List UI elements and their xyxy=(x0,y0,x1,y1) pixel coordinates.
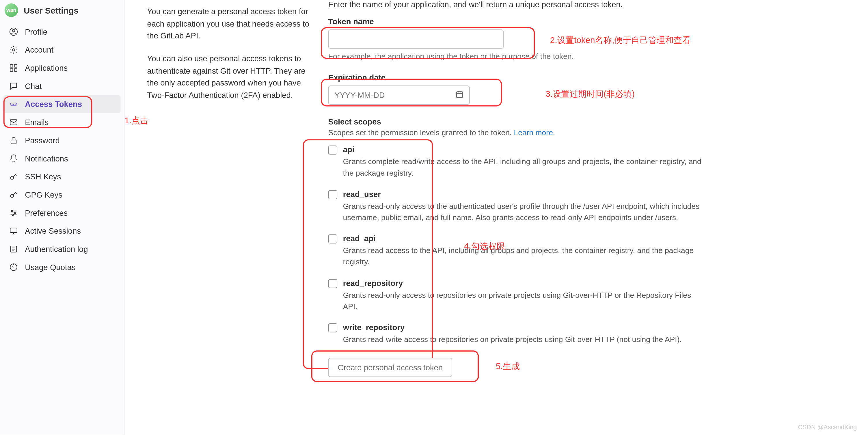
nav-label: Access Tokens xyxy=(25,100,82,108)
list-icon xyxy=(9,245,18,254)
learn-more-link[interactable]: Learn more. xyxy=(514,128,555,137)
svg-point-9 xyxy=(13,104,14,104)
nav-account[interactable]: Account xyxy=(3,41,121,59)
token-name-section: Token name For example, the application … xyxy=(328,17,845,61)
annotation-text-3: 3.设置过期时间(非必填) xyxy=(546,89,635,100)
svg-rect-11 xyxy=(10,120,17,125)
user-circle-icon xyxy=(9,27,18,36)
expiration-label: Expiration date xyxy=(328,73,845,82)
sidebar-title: User Settings xyxy=(24,5,79,15)
nav-notifications[interactable]: Notifications xyxy=(3,149,121,167)
token-name-hint: For example, the application using the t… xyxy=(328,52,845,60)
svg-point-17 xyxy=(12,214,13,215)
sidebar-header: wan User Settings xyxy=(0,0,124,23)
scope-desc: Grants read-only access to repositories … xyxy=(343,290,705,313)
svg-rect-5 xyxy=(10,69,13,71)
token-name-input[interactable] xyxy=(328,29,504,49)
svg-point-14 xyxy=(11,194,13,197)
bell-icon xyxy=(9,154,18,163)
svg-rect-4 xyxy=(14,64,17,67)
nav-label: Emails xyxy=(25,118,49,127)
scopes-section: Select scopes Scopes set the permission … xyxy=(328,117,845,345)
annotation-text-2: 2.设置token名称,便于自己管理和查看 xyxy=(550,35,691,46)
nav-label: Authentication log xyxy=(25,245,88,254)
chat-icon xyxy=(9,82,18,90)
nav-label: Usage Quotas xyxy=(25,262,75,272)
scope-checkbox-write-repository[interactable] xyxy=(328,323,337,332)
scope-write-repository: write_repository Grants read-write acces… xyxy=(328,323,845,345)
nav-auth-log[interactable]: Authentication log xyxy=(3,240,121,258)
annotation-text-5: 5.生成 xyxy=(496,361,520,372)
nav-gpg-keys[interactable]: GPG Keys xyxy=(3,186,121,204)
scope-read-user: read_user Grants read-only access to the… xyxy=(328,189,845,224)
svg-point-2 xyxy=(12,49,15,51)
nav-usage-quotas[interactable]: Usage Quotas xyxy=(3,258,121,276)
scope-desc: Grants read-only access to the authentic… xyxy=(343,201,705,224)
nav-label: Chat xyxy=(25,82,41,90)
description-column: You can generate a personal access token… xyxy=(147,0,328,435)
expiration-input[interactable] xyxy=(328,86,470,105)
svg-point-15 xyxy=(11,210,13,212)
nav-profile[interactable]: Profile xyxy=(3,23,121,41)
token-icon xyxy=(9,100,18,108)
scope-name: read_repository xyxy=(343,278,403,287)
description-p2: You can also use personal access tokens … xyxy=(147,53,317,102)
monitor-icon xyxy=(9,226,18,236)
sidebar: wan User Settings Profile Account Applic… xyxy=(0,0,124,435)
avatar: wan xyxy=(5,3,18,17)
annotation-text-4: 4.勾选权限 xyxy=(464,241,505,252)
create-token-button[interactable]: Create personal access token xyxy=(328,358,453,377)
nav-active-sessions[interactable]: Active Sessions xyxy=(3,222,121,240)
description-p1: You can generate a personal access token… xyxy=(147,6,317,43)
nav-label: Notifications xyxy=(25,154,68,163)
sliders-icon xyxy=(9,208,18,217)
watermark: CSDN @AscendKing xyxy=(798,424,857,430)
nav-password[interactable]: Password xyxy=(3,131,121,150)
scopes-title: Select scopes xyxy=(328,117,845,126)
nav-label: Profile xyxy=(25,27,48,36)
annotation-text-1: 1.点击 xyxy=(124,116,148,126)
scope-desc: Grants complete read/write access to the… xyxy=(343,156,705,179)
lock-icon xyxy=(9,136,18,145)
meter-icon xyxy=(9,262,18,272)
nav-applications[interactable]: Applications xyxy=(3,59,121,77)
svg-point-1 xyxy=(12,29,15,32)
nav-preferences[interactable]: Preferences xyxy=(3,204,121,222)
apps-icon xyxy=(9,64,18,72)
scope-api: api Grants complete read/write access to… xyxy=(328,145,845,179)
nav-ssh-keys[interactable]: SSH Keys xyxy=(3,167,121,186)
scope-desc: Grants read access to the API, including… xyxy=(343,245,705,268)
nav-label: GPG Keys xyxy=(25,190,62,199)
nav-emails[interactable]: Emails xyxy=(3,113,121,131)
key-icon xyxy=(9,172,18,181)
nav-chat[interactable]: Chat xyxy=(3,77,121,95)
scope-checkbox-api[interactable] xyxy=(328,146,337,155)
svg-rect-12 xyxy=(11,140,16,144)
content: 1.点击 You can generate a personal access … xyxy=(124,0,868,435)
scope-read-api: read_api Grants read access to the API, … xyxy=(328,234,845,268)
mail-icon xyxy=(9,118,18,127)
scope-name: api xyxy=(343,145,354,154)
form-column: Enter the name of your application, and … xyxy=(328,0,868,435)
form-intro: Enter the name of your application, and … xyxy=(328,0,845,9)
nav-label: Preferences xyxy=(25,208,68,217)
svg-point-8 xyxy=(11,104,12,104)
nav-access-tokens[interactable]: Access Tokens xyxy=(3,95,121,113)
scope-checkbox-read-repository[interactable] xyxy=(328,279,337,288)
svg-point-13 xyxy=(11,176,13,179)
scopes-subtitle: Scopes set the permission levels granted… xyxy=(328,128,845,137)
key-icon xyxy=(9,190,18,199)
scope-read-repository: read_repository Grants read-only access … xyxy=(328,278,845,313)
svg-rect-6 xyxy=(14,69,17,71)
scope-checkbox-read-api[interactable] xyxy=(328,234,337,243)
nav-label: Applications xyxy=(25,64,68,72)
scope-checkbox-read-user[interactable] xyxy=(328,190,337,199)
svg-point-10 xyxy=(15,104,16,104)
scope-name: write_repository xyxy=(343,323,405,332)
nav-label: Active Sessions xyxy=(25,226,81,236)
nav-label: SSH Keys xyxy=(25,172,61,181)
nav-label: Password xyxy=(25,136,60,145)
nav-label: Account xyxy=(25,45,54,54)
svg-rect-3 xyxy=(10,64,13,67)
expiration-section: Expiration date 3.设置过期时间(非必填) xyxy=(328,73,845,105)
